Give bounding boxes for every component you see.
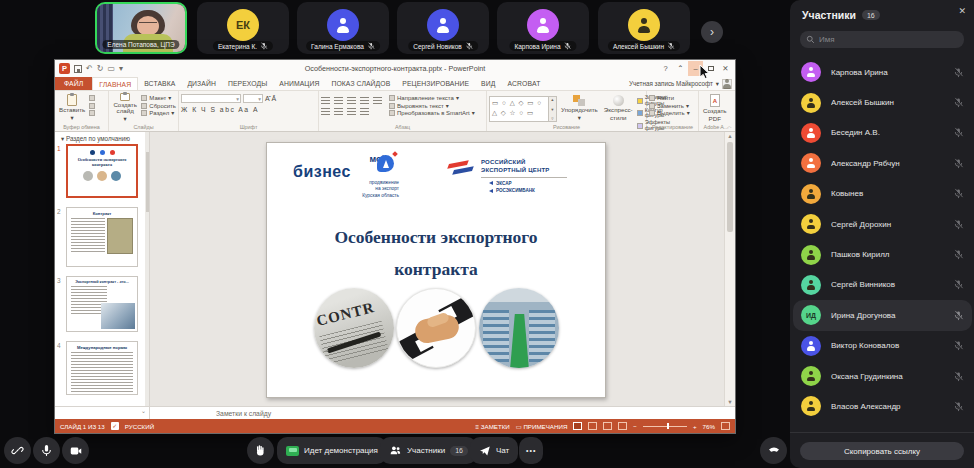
tab-transitions[interactable]: ПЕРЕХОДЫ: [222, 77, 273, 90]
tab-file[interactable]: ФАЙЛ: [55, 77, 92, 90]
format-painter-icon[interactable]: [89, 110, 95, 116]
copy-link-button[interactable]: Скопировать ссылку: [800, 442, 964, 460]
participant-row[interactable]: Сергей Винников: [793, 270, 972, 300]
tab-animations[interactable]: АНИМАЦИЯ: [273, 77, 325, 90]
participant-row[interactable]: Оксана Грудинкина: [793, 361, 972, 391]
account-menu[interactable]: Учетная запись Майкрософт ▾: [629, 77, 735, 90]
quick-styles-button[interactable]: Экспресс-стили: [602, 93, 635, 123]
leave-call-button[interactable]: [760, 437, 787, 464]
participant-row[interactable]: Сергей Дорохин: [793, 209, 972, 239]
notes-bar[interactable]: ⌄ Заметки к слайду: [55, 406, 735, 419]
pane-collapse-button[interactable]: ⌄: [55, 407, 150, 419]
participant-search[interactable]: [800, 31, 964, 48]
qat-customize-icon[interactable]: ▾: [119, 65, 123, 73]
notes-toggle[interactable]: ≡ ЗАМЕТКИ: [476, 423, 510, 430]
reading-view-button[interactable]: [603, 422, 612, 430]
text-direction-button[interactable]: Направление текста ▾: [389, 95, 484, 101]
more-actions-button[interactable]: •••: [519, 437, 543, 464]
save-icon[interactable]: [74, 65, 82, 73]
camera-button[interactable]: [62, 437, 89, 464]
sharing-status-button[interactable]: Идет демонстрация: [277, 437, 387, 464]
participant-row[interactable]: Александр Рябчун: [793, 148, 972, 178]
video-tile[interactable]: Галина Ермакова: [297, 2, 389, 54]
normal-view-button[interactable]: [573, 422, 582, 430]
layout-button[interactable]: Макет ▾: [141, 95, 176, 101]
participant-row[interactable]: Власов Александр: [793, 391, 972, 421]
section-button[interactable]: Раздел ▾: [141, 110, 176, 116]
participant-row[interactable]: Алексей Бышкин: [793, 87, 972, 117]
video-tile-active-speaker[interactable]: Елена Потапова, ЦПЭ: [95, 2, 187, 54]
cut-icon[interactable]: [89, 95, 95, 101]
tab-acrobat[interactable]: ACROBAT: [501, 77, 546, 90]
arrange-button[interactable]: Упорядочить▾: [559, 93, 600, 123]
fit-slide-button[interactable]: [721, 422, 730, 430]
replace-button[interactable]: Заменить ▾: [649, 103, 690, 109]
smartart-button[interactable]: Преобразовать в SmartArt ▾: [389, 110, 484, 116]
participants-button[interactable]: Участники 16: [380, 437, 477, 464]
participant-row[interactable]: Ковынев: [793, 179, 972, 209]
close-panel-button[interactable]: ✕: [958, 6, 966, 16]
video-tile[interactable]: Алексей Бышкин: [598, 2, 690, 54]
chat-button[interactable]: Чат: [470, 437, 518, 464]
zoom-slider[interactable]: [643, 426, 687, 427]
participant-row[interactable]: Карпова Ирина: [793, 57, 972, 87]
tab-insert[interactable]: ВСТАВКА: [138, 77, 181, 90]
grow-shrink-font-buttons[interactable]: А̂ А̌: [265, 95, 276, 102]
slide-4-thumbnail[interactable]: Международные нормы: [66, 341, 138, 395]
raise-hand-button[interactable]: [247, 437, 274, 464]
font-size-select[interactable]: ▾: [243, 94, 263, 103]
tab-view[interactable]: ВИД: [475, 77, 501, 90]
redo-icon[interactable]: ↻: [97, 65, 104, 73]
section-header[interactable]: ▾ Раздел по умолчанию: [55, 132, 149, 144]
pane-scrollbar[interactable]: [145, 132, 149, 406]
slideshow-icon[interactable]: ▭: [107, 65, 115, 73]
create-pdf-button[interactable]: СоздатьPDF: [701, 93, 729, 123]
new-slide-button[interactable]: Создать слайд▾: [111, 93, 139, 123]
participant-row[interactable]: Пашков Кирилл: [793, 239, 972, 269]
slide-scrollbar[interactable]: ▲▼: [724, 132, 735, 406]
undo-icon[interactable]: ↶: [86, 65, 93, 73]
alignment-buttons[interactable]: [321, 108, 387, 115]
close-button[interactable]: ✕: [718, 61, 733, 76]
slide-1-thumbnail[interactable]: Особенности экспортногоконтракта: [66, 144, 138, 198]
restore-button[interactable]: [703, 61, 718, 76]
copy-icon[interactable]: [89, 103, 95, 109]
tab-home[interactable]: ГЛАВНАЯ: [92, 77, 138, 90]
video-tile[interactable]: Сергей Новиков: [397, 2, 489, 54]
participant-row-highlighted[interactable]: ИД Ирина Дрогунова: [793, 300, 972, 330]
copy-link-icon-button[interactable]: [4, 437, 31, 464]
slide-3-thumbnail[interactable]: Экспортный контракт - это...: [66, 276, 138, 332]
align-text-button[interactable]: Выровнять текст ▾: [389, 103, 484, 109]
help-button[interactable]: ?: [658, 61, 673, 76]
font-style-buttons[interactable]: Ж К Ч S abc Aa А: [181, 106, 316, 113]
slide-sorter-view-button[interactable]: [588, 422, 597, 430]
collapse-ribbon-icon[interactable]: ︿: [727, 123, 732, 129]
select-button[interactable]: Выделить ▾: [649, 110, 690, 116]
tab-slideshow[interactable]: ПОКАЗ СЛАЙДОВ: [325, 77, 396, 90]
zoom-in-button[interactable]: +: [693, 423, 697, 430]
spellcheck-icon[interactable]: ✓: [111, 422, 119, 430]
ribbon-options-button[interactable]: ⌃: [673, 61, 688, 76]
participant-row[interactable]: Беседин А.В.: [793, 118, 972, 148]
comments-toggle[interactable]: ▭ ПРИМЕЧАНИЯ: [516, 423, 568, 430]
font-name-select[interactable]: ▾: [181, 94, 241, 103]
reset-button[interactable]: Сбросить: [141, 103, 176, 109]
minimize-button[interactable]: –: [688, 61, 703, 76]
zoom-level[interactable]: 76%: [703, 423, 715, 430]
zoom-out-button[interactable]: −: [633, 423, 637, 430]
microphone-button[interactable]: [33, 437, 60, 464]
search-input[interactable]: [819, 35, 958, 44]
slideshow-view-button[interactable]: [618, 422, 627, 430]
language-indicator[interactable]: РУССКИЙ: [125, 423, 154, 430]
shapes-gallery[interactable]: ▭ ○ △ ◇ ▭ ○△ ◇ ☆ ○ ▭: [489, 96, 549, 122]
paste-button[interactable]: Вставить▾: [57, 93, 87, 123]
list-indent-buttons[interactable]: [321, 97, 387, 104]
slide-2-thumbnail[interactable]: Контракт: [66, 207, 138, 267]
tab-design[interactable]: ДИЗАЙН: [181, 77, 222, 90]
shapes-gallery-scroll[interactable]: ▴▾▿: [549, 96, 557, 122]
video-tile[interactable]: Карпова Ирина: [497, 2, 589, 54]
tab-review[interactable]: РЕЦЕНЗИРОВАНИЕ: [396, 77, 475, 90]
find-button[interactable]: Найти: [649, 95, 690, 101]
participant-row[interactable]: Виктор Коновалов: [793, 331, 972, 361]
more-tiles-button[interactable]: ›: [701, 21, 723, 43]
